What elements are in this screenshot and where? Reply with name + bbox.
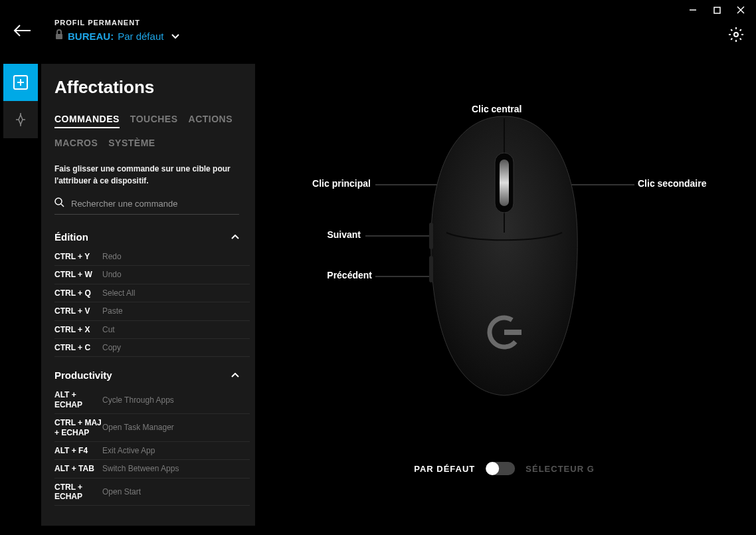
bureau-label: BUREAU: [68,31,114,42]
tab-actions[interactable]: ACTIONS [189,114,233,128]
command-row[interactable]: ALT + ECHAPCycle Through Apps [54,386,250,414]
app-header: PROFIL PERMANENT BUREAU: Par défaut [12,19,744,43]
category-header-productivity[interactable]: Productivity [54,364,250,386]
command-row[interactable]: CTRL + ECHAPOpen Start [54,479,250,506]
svg-point-6 [734,33,738,37]
svg-point-15 [55,198,62,205]
command-row[interactable]: CTRL + YRedo [54,248,250,266]
profile-selector[interactable]: BUREAU: Par défaut [54,29,179,43]
toggle-label-gselector: SÉLECTEUR G [525,464,594,474]
profile-name: Par défaut [118,31,163,42]
search-icon [54,197,64,210]
instruction-text: Fais glisser une commande sur une cible … [54,163,255,187]
tab-systeme[interactable]: SYSTÈME [108,138,155,151]
tab-commandes[interactable]: COMMANDES [54,114,120,128]
search-row [54,197,239,215]
assignments-panel: Affectations COMMANDES TOUCHES ACTIONS M… [41,64,255,526]
svg-rect-31 [429,223,433,249]
toggle-knob [486,462,499,475]
category-tabs: COMMANDES TOUCHES ACTIONS MACROS SYSTÈME [54,114,255,151]
chevron-up-icon [231,231,239,243]
command-row[interactable]: CTRL + QSelect All [54,284,250,302]
mode-toggle: PAR DÉFAUT SÉLECTEUR G [414,462,595,475]
svg-rect-30 [500,160,509,206]
lock-icon [54,29,64,43]
command-row[interactable]: CTRL + VPaste [54,302,250,320]
settings-button[interactable] [728,27,744,45]
callout-secondary-click: Clic secondaire [638,178,707,189]
command-row[interactable]: CTRL + XCut [54,321,250,339]
tab-touches[interactable]: TOUCHES [130,114,178,128]
command-row[interactable]: ALT + F4Exit Active App [54,442,250,460]
minimize-button[interactable] [687,4,699,16]
panel-title: Affectations [54,77,255,98]
sensitivity-tool[interactable] [3,101,38,138]
chevron-down-icon[interactable] [171,30,179,42]
command-row[interactable]: CTRL + WUndo [54,266,250,284]
category-header-edition[interactable]: Édition [54,225,250,248]
tool-rail [3,64,38,138]
chevron-up-icon [231,369,239,381]
tab-macros[interactable]: MACROS [54,138,98,151]
assignments-tool[interactable] [3,64,38,101]
profile-permanent-label: PROFIL PERMANENT [54,19,179,27]
callout-forward: Suivant [327,229,361,240]
svg-rect-1 [714,7,720,13]
maximize-button[interactable] [711,4,723,16]
device-image [428,113,581,401]
close-button[interactable] [735,4,747,16]
command-row[interactable]: ALT + TABSwitch Between Apps [54,460,250,478]
callout-primary-click: Clic principal [312,178,371,189]
commands-scroll[interactable]: Édition CTRL + YRedo CTRL + WUndo CTRL +… [54,225,255,526]
svg-rect-5 [56,34,62,39]
callout-back: Précédent [327,270,372,280]
device-visualization: Clic central Clic principal Clic seconda… [266,80,743,495]
command-row[interactable]: CTRL + MAJ + ECHAPOpen Task Manager [54,414,250,442]
window-titlebar [678,0,756,20]
svg-rect-34 [504,330,521,335]
command-row[interactable]: CTRL + CCopy [54,339,250,357]
search-input[interactable] [71,199,239,209]
back-button[interactable] [12,20,33,41]
toggle-label-default: PAR DÉFAUT [414,464,475,474]
svg-rect-32 [429,256,433,282]
svg-marker-10 [19,115,23,124]
svg-line-16 [61,204,64,207]
toggle-switch[interactable] [486,462,515,475]
